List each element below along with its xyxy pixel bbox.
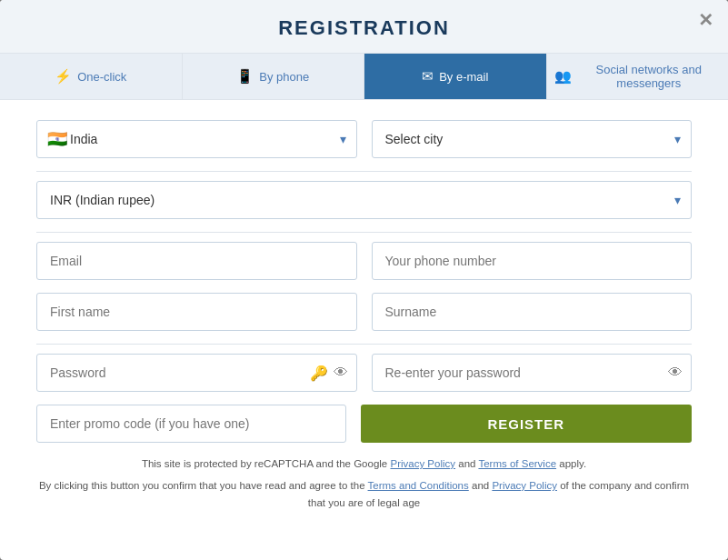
repassword-field: 👁: [372, 354, 693, 392]
privacy-policy-link-2[interactable]: Privacy Policy: [492, 480, 557, 491]
key-icon[interactable]: 🔑: [310, 365, 328, 382]
promo-field: [36, 405, 346, 443]
country-city-row: 🇮🇳 India ▾ Select city ▾: [36, 120, 692, 158]
tabs-container: ⚡ One-click 📱 By phone ✉ By e-mail 👥 Soc…: [0, 53, 728, 99]
tab-one-click-label: One-click: [77, 70, 126, 84]
email-field: [36, 242, 357, 280]
surname-input[interactable]: [372, 293, 693, 331]
divider-line-1: [36, 171, 692, 172]
agree-notice: By clicking this button you confirm that…: [36, 477, 692, 511]
city-select[interactable]: Select city: [372, 120, 693, 158]
lightning-icon: ⚡: [55, 68, 72, 85]
currency-field: INR (Indian rupee) ▾: [36, 181, 692, 219]
phone-input[interactable]: [372, 242, 693, 280]
name-row: [36, 293, 692, 331]
password-icons: 🔑 👁: [310, 365, 348, 382]
promo-register-row: REGISTER: [36, 405, 692, 443]
divider-line-2: [36, 232, 692, 233]
country-select[interactable]: India: [36, 120, 357, 158]
tab-social-label: Social networks and messengers: [577, 63, 722, 90]
password-wrapper: 🔑 👁: [36, 354, 357, 392]
recaptcha-notice: This site is protected by reCAPTCHA and …: [36, 455, 692, 472]
divider-2: [36, 232, 692, 233]
tab-by-phone-label: By phone: [259, 70, 309, 84]
phone-icon: 📱: [236, 68, 254, 85]
tab-by-email-label: By e-mail: [439, 70, 488, 84]
divider-line-3: [36, 344, 692, 345]
city-field: Select city ▾: [372, 120, 693, 158]
tab-by-phone[interactable]: 📱 By phone: [183, 54, 365, 99]
divider-3: [36, 344, 692, 345]
email-input[interactable]: [36, 242, 357, 280]
country-select-wrapper: 🇮🇳 India ▾: [36, 120, 357, 158]
repassword-wrapper: 👁: [372, 354, 693, 392]
terms-conditions-link[interactable]: Terms and Conditions: [368, 480, 469, 491]
social-icon: 👥: [554, 68, 572, 85]
modal-body: 🇮🇳 India ▾ Select city ▾: [0, 100, 728, 529]
currency-select-wrapper: INR (Indian rupee) ▾: [36, 181, 692, 219]
tab-one-click[interactable]: ⚡ One-click: [0, 54, 183, 99]
phone-field: [372, 242, 693, 280]
close-button[interactable]: ✕: [698, 11, 713, 29]
repassword-eye-icons: 👁: [668, 365, 683, 381]
register-button[interactable]: REGISTER: [361, 405, 693, 443]
modal-header: REGISTRATION ✕ ⚡ One-click 📱 By phone ✉ …: [0, 0, 728, 100]
currency-select[interactable]: INR (Indian rupee): [36, 181, 692, 219]
privacy-policy-link-1[interactable]: Privacy Policy: [390, 458, 455, 469]
currency-row: INR (Indian rupee) ▾: [36, 181, 692, 219]
password-field: 🔑 👁: [36, 354, 357, 392]
tab-by-email[interactable]: ✉ By e-mail: [364, 54, 547, 99]
terms-of-service-link[interactable]: Terms of Service: [478, 458, 556, 469]
divider-1: [36, 171, 692, 172]
eye-icon[interactable]: 👁: [334, 365, 348, 382]
surname-field: [372, 293, 693, 331]
promo-input[interactable]: [36, 405, 346, 443]
firstname-input[interactable]: [36, 293, 357, 331]
email-phone-row: [36, 242, 692, 280]
firstname-field: [36, 293, 357, 331]
repassword-input[interactable]: [372, 354, 693, 392]
country-field: 🇮🇳 India ▾: [36, 120, 357, 158]
tab-social[interactable]: 👥 Social networks and messengers: [547, 54, 729, 99]
repassword-eye-icon[interactable]: 👁: [668, 365, 683, 381]
email-icon: ✉: [422, 68, 434, 85]
password-row: 🔑 👁 👁: [36, 354, 692, 392]
city-select-wrapper: Select city ▾: [372, 120, 693, 158]
registration-modal: REGISTRATION ✕ ⚡ One-click 📱 By phone ✉ …: [0, 0, 728, 560]
modal-title: REGISTRATION: [0, 16, 728, 40]
